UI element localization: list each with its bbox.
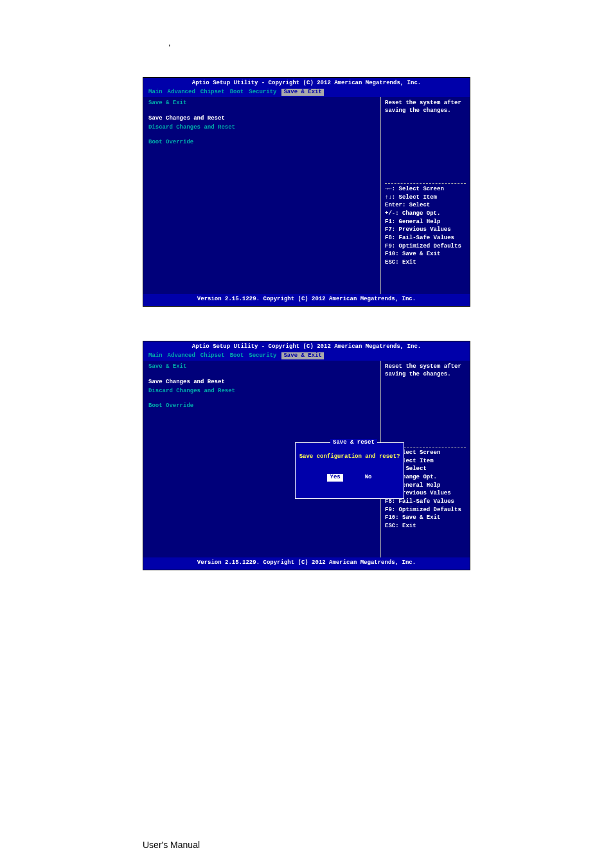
bios-footer: Version 2.15.1229. Copyright (C) 2012 Am… xyxy=(143,294,470,305)
menu-main[interactable]: Main xyxy=(148,89,163,96)
menu-chipset[interactable]: Chipset xyxy=(200,89,225,96)
bios-screenshot-1: Aptio Setup Utility - Copyright (C) 2012… xyxy=(143,77,470,307)
help-f8: F8: Fail-Safe Values xyxy=(385,235,466,242)
bios-header-2: Aptio Setup Utility - Copyright (C) 2012… xyxy=(143,341,470,352)
menu-advanced[interactable]: Advanced xyxy=(168,89,195,96)
help-keys: →←: Select Screen ↑↓: Select Item Enter:… xyxy=(385,183,466,291)
item-boot-override-2: Boot Override xyxy=(148,402,375,410)
menu-advanced-2[interactable]: Advanced xyxy=(168,352,195,360)
menu-chipset-2[interactable]: Chipset xyxy=(200,352,225,360)
item-save-changes-reset[interactable]: Save Changes and Reset xyxy=(148,115,375,123)
section-title-2: Save & Exit xyxy=(148,363,375,371)
menu-boot[interactable]: Boot xyxy=(230,89,244,96)
item-discard-changes-reset[interactable]: Discard Changes and Reset xyxy=(148,124,375,132)
item-discard-changes-reset-2[interactable]: Discard Changes and Reset xyxy=(148,388,375,395)
help-select-item: ↑↓: Select Item xyxy=(385,194,466,202)
bios-screenshot-2: Aptio Setup Utility - Copyright (C) 2012… xyxy=(143,341,470,570)
help-enter-select: Enter: Select xyxy=(385,202,466,210)
menu-security-2[interactable]: Security xyxy=(249,352,276,360)
left-pane-2: Save & Exit Save Changes and Reset Disca… xyxy=(143,361,381,557)
menu-main-2[interactable]: Main xyxy=(148,352,163,360)
menu-boot-2[interactable]: Boot xyxy=(230,352,244,360)
bios-header: Aptio Setup Utility - Copyright (C) 2012… xyxy=(143,78,470,88)
help-f10: F10: Save & Exit xyxy=(385,251,466,258)
menu-security[interactable]: Security xyxy=(249,89,276,96)
help-change-opt: +/-: Change Opt. xyxy=(385,210,466,218)
left-pane: Save & Exit Save Changes and Reset Disca… xyxy=(143,97,381,294)
item-save-changes-reset-2[interactable]: Save Changes and Reset xyxy=(148,379,375,386)
menu-save-exit-2[interactable]: Save & Exit xyxy=(281,352,323,360)
help-select-screen: →←: Select Screen xyxy=(385,186,466,194)
dialog-yes-button[interactable]: Yes xyxy=(327,474,342,482)
help-f10-2: F10: Save & Exit xyxy=(385,514,466,522)
help-esc-2: ESC: Exit xyxy=(385,523,466,530)
bios-menubar: Main Advanced Chipset Boot Security Save… xyxy=(143,88,470,98)
stray-comma: , xyxy=(168,39,170,48)
help-esc: ESC: Exit xyxy=(385,259,466,267)
help-f8-2: F8: Fail-Safe Values xyxy=(385,498,466,506)
users-manual-label: User's Manual xyxy=(143,840,200,850)
item-boot-override: Boot Override xyxy=(148,139,375,147)
section-title: Save & Exit xyxy=(148,100,375,107)
item-description: Reset the system after saving the change… xyxy=(385,100,466,114)
dialog-no-button[interactable]: No xyxy=(365,474,372,482)
help-f9: F9: Optimized Defaults xyxy=(385,243,466,251)
bios-menubar-2: Main Advanced Chipset Boot Security Save… xyxy=(143,352,470,361)
item-description-2: Reset the system after saving the change… xyxy=(385,363,466,378)
help-f9-2: F9: Optimized Defaults xyxy=(385,507,466,514)
help-f1: F1: General Help xyxy=(385,219,466,226)
dialog-text: Save configuration and reset? xyxy=(296,453,404,461)
right-pane: Reset the system after saving the change… xyxy=(381,97,470,294)
save-reset-dialog: Save & reset Save configuration and rese… xyxy=(295,442,404,499)
menu-save-exit[interactable]: Save & Exit xyxy=(281,89,323,96)
help-f7: F7: Previous Values xyxy=(385,226,466,234)
bios-footer-2: Version 2.15.1229. Copyright (C) 2012 Am… xyxy=(143,557,470,569)
dialog-title: Save & reset xyxy=(330,439,377,447)
